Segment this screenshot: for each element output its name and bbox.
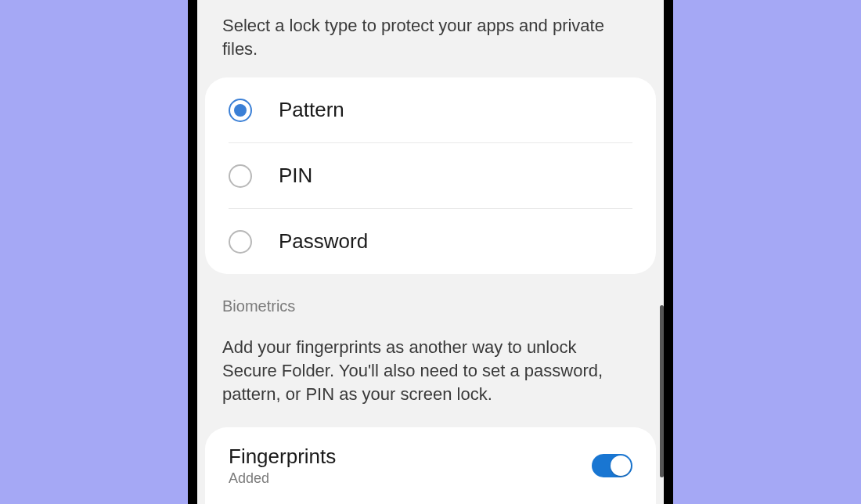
biometrics-header: Biometrics	[197, 274, 664, 322]
option-pin[interactable]: PIN	[205, 143, 656, 208]
settings-screen: Select a lock type to protect your apps …	[197, 0, 664, 504]
device-frame: Select a lock type to protect your apps …	[188, 0, 673, 504]
radio-dot-icon	[234, 104, 247, 117]
option-password-label: Password	[279, 229, 368, 254]
option-pattern-label: Pattern	[279, 98, 344, 122]
toggle-knob-icon	[611, 455, 631, 476]
fingerprints-row[interactable]: Fingerprints Added	[205, 427, 656, 504]
fingerprints-toggle[interactable]	[592, 454, 632, 477]
radio-icon	[229, 230, 252, 254]
scrollbar[interactable]	[660, 305, 664, 477]
option-pin-label: PIN	[279, 164, 312, 188]
fingerprints-title: Fingerprints	[229, 445, 336, 469]
lock-type-card: Pattern PIN Password	[205, 77, 656, 274]
intro-text: Select a lock type to protect your apps …	[197, 0, 664, 77]
radio-icon	[229, 164, 252, 188]
biometrics-description: Add your fingerprints as another way to …	[197, 322, 664, 427]
option-password[interactable]: Password	[205, 209, 656, 274]
fingerprints-text: Fingerprints Added	[229, 445, 336, 487]
option-pattern[interactable]: Pattern	[205, 77, 656, 142]
fingerprints-status: Added	[229, 470, 336, 487]
radio-icon	[229, 99, 252, 122]
